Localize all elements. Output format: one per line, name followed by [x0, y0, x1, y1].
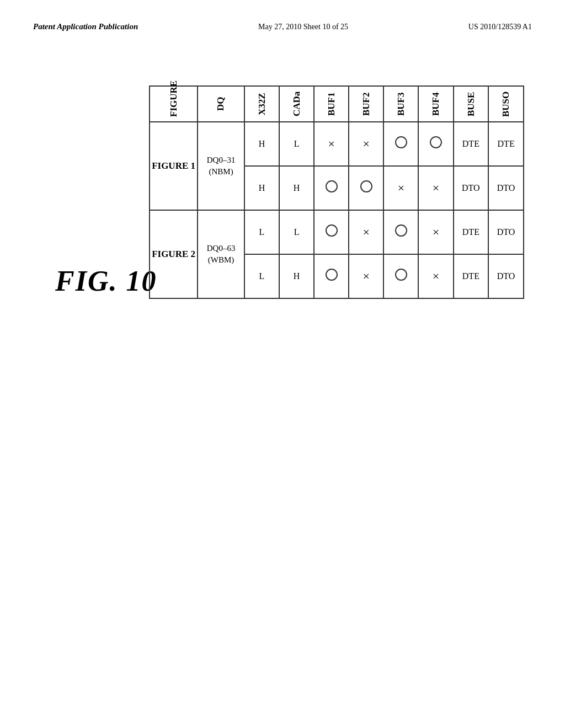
col-header-buf3: BUF3: [383, 86, 418, 122]
cell-cada-2b: H: [279, 254, 314, 298]
col-header-x32z: X32Z: [244, 86, 279, 122]
cell-buso-1b: DTO: [488, 166, 524, 210]
cell-buso-2a: DTO: [488, 210, 524, 254]
cell-buf3-1b: ×: [383, 166, 418, 210]
cell-cada-1b: H: [279, 166, 314, 210]
col-header-dq: DQ: [198, 86, 244, 122]
col-header-buf1: BUF1: [314, 86, 349, 122]
cell-dq1: DQ0–31(NBM): [198, 122, 244, 210]
cell-buf4-2a: ×: [418, 210, 453, 254]
table-row: FIGURE 2 DQ0–63(WBM) L L × × DTE DTO: [150, 210, 524, 254]
cell-buf4-1a: [418, 122, 453, 166]
table-row: FIGURE 1 DQ0–31(NBM) H L × × DTE DTE: [150, 122, 524, 166]
cell-figure1: FIGURE 1: [150, 122, 198, 210]
col-header-buso: BUSO: [488, 86, 524, 122]
col-header-figure: FIGURE: [150, 86, 198, 122]
cell-buf1-1a: ×: [314, 122, 349, 166]
cell-buf3-1a: [383, 122, 418, 166]
cell-buf4-2b: ×: [418, 254, 453, 298]
cell-figure2: FIGURE 2: [150, 210, 198, 298]
cell-buf1-1b: [314, 166, 349, 210]
cell-cada-1a: L: [279, 122, 314, 166]
cell-buf2-1a: ×: [349, 122, 383, 166]
cell-x32z-1a: H: [244, 122, 279, 166]
cell-buf2-2b: ×: [349, 254, 383, 298]
cell-buse-1a: DTE: [454, 122, 489, 166]
cell-buse-2b: DTE: [454, 254, 489, 298]
cell-dq2: DQ0–63(WBM): [198, 210, 244, 298]
cell-buf1-2b: [314, 254, 349, 298]
cell-cada-2a: L: [279, 210, 314, 254]
cell-x32z-2b: L: [244, 254, 279, 298]
col-header-buf2: BUF2: [349, 86, 383, 122]
cell-buso-1a: DTE: [488, 122, 524, 166]
figure-label: FIG. 10: [55, 265, 157, 297]
cell-buf3-2b: [383, 254, 418, 298]
main-table-container: FIGURE DQ X32Z CADa BUF1 BUF2 BUF3 BUF4 …: [149, 85, 524, 299]
col-header-cada: CADa: [279, 86, 314, 122]
cell-buf2-2a: ×: [349, 210, 383, 254]
data-table: FIGURE DQ X32Z CADa BUF1 BUF2 BUF3 BUF4 …: [149, 85, 524, 299]
cell-buse-2a: DTE: [454, 210, 489, 254]
cell-buse-1b: DTO: [454, 166, 489, 210]
col-header-buse: BUSE: [454, 86, 489, 122]
cell-x32z-2a: L: [244, 210, 279, 254]
cell-buf3-2a: [383, 210, 418, 254]
cell-buf1-2a: [314, 210, 349, 254]
cell-buf4-1b: ×: [418, 166, 453, 210]
cell-x32z-1b: H: [244, 166, 279, 210]
cell-buf2-1b: [349, 166, 383, 210]
publication-title: Patent Application Publication: [33, 22, 138, 31]
page-header: Patent Application Publication May 27, 2…: [0, 0, 565, 42]
col-header-buf4: BUF4: [418, 86, 453, 122]
publication-number: US 2010/128539 A1: [468, 23, 532, 31]
cell-buso-2b: DTO: [488, 254, 524, 298]
publication-date-sheet: May 27, 2010 Sheet 10 of 25: [258, 23, 348, 31]
